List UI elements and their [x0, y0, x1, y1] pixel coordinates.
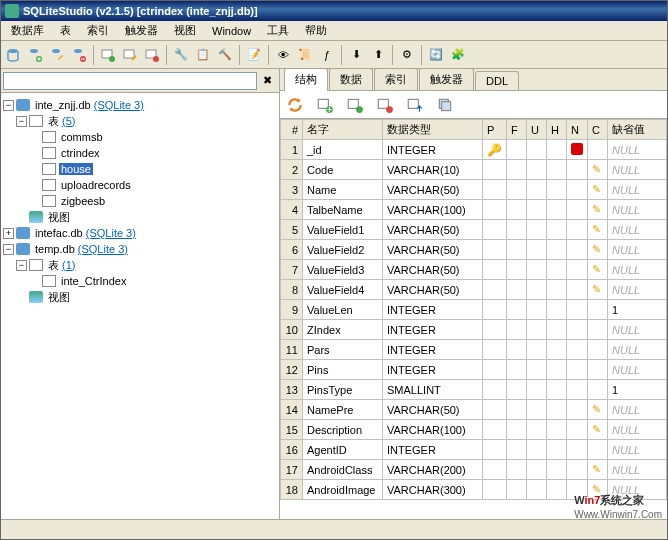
add-column-icon[interactable]: [314, 94, 336, 116]
collate-icon: ✎: [592, 483, 601, 495]
ext-icon[interactable]: 🧩: [448, 45, 468, 65]
column-row[interactable]: 14NamePreVARCHAR(50)✎NULL: [281, 400, 667, 420]
tab-结构[interactable]: 结构: [284, 68, 328, 91]
column-row[interactable]: 13PinsTypeSMALLINT1: [281, 380, 667, 400]
view-icon: [29, 291, 43, 303]
tree-item[interactable]: commsb: [59, 131, 105, 143]
tree-item[interactable]: zigbeesb: [59, 195, 107, 207]
column-row[interactable]: 16AgentIDINTEGERNULL: [281, 440, 667, 460]
collate-icon: ✎: [592, 203, 601, 215]
column-row[interactable]: 10ZIndexINTEGERNULL: [281, 320, 667, 340]
column-row[interactable]: 4TalbeNameVARCHAR(100)✎NULL: [281, 200, 667, 220]
separator: [421, 45, 422, 65]
column-row[interactable]: 6ValueField2VARCHAR(50)✎NULL: [281, 240, 667, 260]
tree-toggle[interactable]: −: [3, 244, 14, 255]
svg-point-7: [109, 56, 115, 62]
window-title: SQLiteStudio (v2.1.5) [ctrindex (inte_zn…: [23, 5, 258, 17]
tree-toggle[interactable]: −: [16, 116, 27, 127]
sql-editor-icon[interactable]: 📝: [244, 45, 264, 65]
tree-item[interactable]: inte_CtrIndex: [59, 275, 128, 287]
column-row[interactable]: 18AndroidImageVARCHAR(300)✎NULL: [281, 480, 667, 500]
table-edit-icon[interactable]: [120, 45, 140, 65]
tree-item[interactable]: 表 (5): [46, 114, 78, 129]
move-up-icon[interactable]: [404, 94, 426, 116]
separator: [392, 45, 393, 65]
tbl-icon: [42, 195, 56, 207]
column-row[interactable]: 15DescriptionVARCHAR(100)✎NULL: [281, 420, 667, 440]
tab-触发器[interactable]: 触发器: [419, 68, 474, 90]
db-remove-icon[interactable]: [69, 45, 89, 65]
clear-search-icon[interactable]: ✖: [257, 71, 277, 91]
tab-索引[interactable]: 索引: [374, 68, 418, 90]
tree-item[interactable]: inte_znjj.db (SQLite 3): [33, 99, 146, 111]
separator: [268, 45, 269, 65]
tree-toggle[interactable]: −: [16, 260, 27, 271]
menu-bar: 数据库表索引触发器视图Window工具帮助: [1, 21, 667, 41]
edit-column-icon[interactable]: [344, 94, 366, 116]
tree-item[interactable]: intefac.db (SQLite 3): [33, 227, 138, 239]
db-connect-icon[interactable]: [3, 45, 23, 65]
column-row[interactable]: 11ParsINTEGERNULL: [281, 340, 667, 360]
db-edit-icon[interactable]: [47, 45, 67, 65]
generic-tool-icon[interactable]: 🔧: [171, 45, 191, 65]
tree-search-input[interactable]: [3, 72, 257, 90]
primary-key-icon: 🔑: [487, 143, 502, 157]
column-row[interactable]: 12PinsINTEGERNULL: [281, 360, 667, 380]
generic-tool-icon[interactable]: 📋: [193, 45, 213, 65]
collate-icon: ✎: [592, 403, 601, 415]
columns-grid[interactable]: #名字数据类型PFUHNC缺省值1_idINTEGER🔑NULL2CodeVAR…: [280, 119, 667, 500]
delete-column-icon[interactable]: [374, 94, 396, 116]
tab-bar: 结构数据索引触发器DDL: [280, 69, 667, 91]
tab-数据[interactable]: 数据: [329, 68, 373, 90]
view-icon[interactable]: 👁: [273, 45, 293, 65]
menu-数据库[interactable]: 数据库: [3, 21, 52, 40]
tree-item[interactable]: uploadrecords: [59, 179, 133, 191]
menu-索引[interactable]: 索引: [79, 21, 117, 40]
svg-rect-19: [442, 101, 451, 110]
table-add-icon[interactable]: [98, 45, 118, 65]
app-icon: [5, 4, 19, 18]
history-icon[interactable]: 📜: [295, 45, 315, 65]
copy-icon[interactable]: [434, 94, 456, 116]
export-icon[interactable]: ⬆: [368, 45, 388, 65]
separator: [239, 45, 240, 65]
menu-帮助[interactable]: 帮助: [297, 21, 335, 40]
functions-icon[interactable]: ƒ: [317, 45, 337, 65]
refresh-structure-icon[interactable]: [284, 94, 306, 116]
collate-icon: ✎: [592, 223, 601, 235]
generic-tool-icon[interactable]: 🔨: [215, 45, 235, 65]
svg-rect-8: [124, 50, 134, 58]
tree-item[interactable]: 视图: [46, 210, 72, 225]
column-row[interactable]: 9ValueLenINTEGER1: [281, 300, 667, 320]
svg-rect-11: [318, 99, 328, 108]
database-tree[interactable]: −inte_znjj.db (SQLite 3)−表 (5)commsbctri…: [1, 93, 279, 519]
tree-item[interactable]: 视图: [46, 290, 72, 305]
refresh-icon[interactable]: 🔄: [426, 45, 446, 65]
tree-item[interactable]: ctrindex: [59, 147, 102, 159]
import-icon[interactable]: ⬇: [346, 45, 366, 65]
column-row[interactable]: 7ValueField3VARCHAR(50)✎NULL: [281, 260, 667, 280]
tree-toggle[interactable]: +: [3, 228, 14, 239]
tree-toggle[interactable]: −: [3, 100, 14, 111]
column-row[interactable]: 2CodeVARCHAR(10)✎NULL: [281, 160, 667, 180]
column-row[interactable]: 8ValueField4VARCHAR(50)✎NULL: [281, 280, 667, 300]
menu-工具[interactable]: 工具: [259, 21, 297, 40]
db-add-icon[interactable]: [25, 45, 45, 65]
column-row[interactable]: 3NameVARCHAR(50)✎NULL: [281, 180, 667, 200]
collate-icon: ✎: [592, 463, 601, 475]
column-row[interactable]: 5ValueField1VARCHAR(50)✎NULL: [281, 220, 667, 240]
tree-item[interactable]: house: [59, 163, 93, 175]
column-row[interactable]: 17AndroidClassVARCHAR(200)✎NULL: [281, 460, 667, 480]
table-remove-icon[interactable]: [142, 45, 162, 65]
db-icon: [16, 227, 30, 239]
menu-Window[interactable]: Window: [204, 23, 259, 39]
tree-item[interactable]: temp.db (SQLite 3): [33, 243, 130, 255]
settings-icon[interactable]: ⚙: [397, 45, 417, 65]
tree-item[interactable]: 表 (1): [46, 258, 78, 273]
menu-触发器[interactable]: 触发器: [117, 21, 166, 40]
column-row[interactable]: 1_idINTEGER🔑NULL: [281, 140, 667, 160]
tab-DDL[interactable]: DDL: [475, 71, 519, 90]
menu-表[interactable]: 表: [52, 21, 79, 40]
menu-视图[interactable]: 视图: [166, 21, 204, 40]
separator: [166, 45, 167, 65]
